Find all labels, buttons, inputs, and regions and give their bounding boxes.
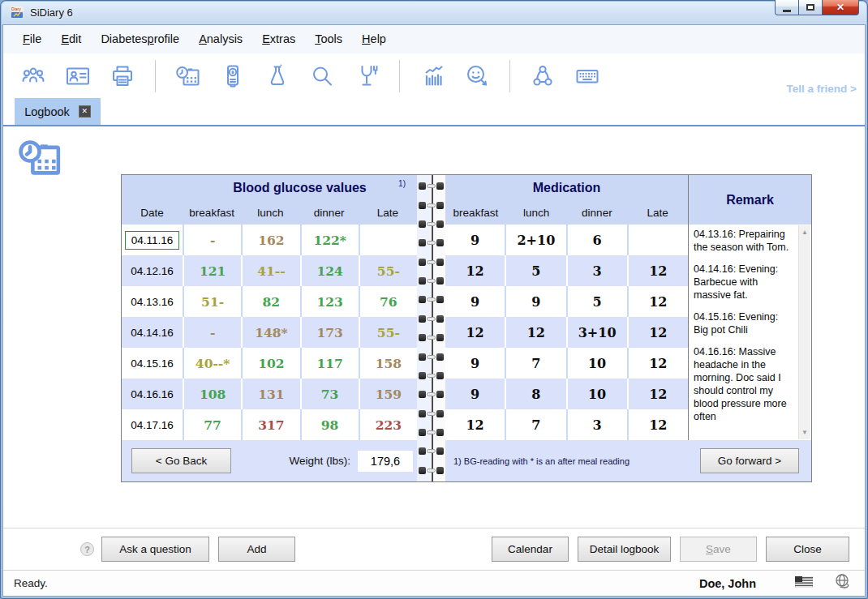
bg-value-cell[interactable]: 123 xyxy=(300,286,359,317)
help-icon[interactable]: ? xyxy=(80,542,94,556)
med-value-cell[interactable]: 3 xyxy=(566,255,627,286)
med-value-cell[interactable]: 7 xyxy=(505,348,565,379)
med-value-cell[interactable]: 9 xyxy=(445,225,505,255)
detail-logbook-button[interactable]: Detail logbook xyxy=(578,537,671,562)
bg-value-cell[interactable]: 41-- xyxy=(241,255,299,286)
bg-value-cell[interactable]: 148* xyxy=(241,317,299,348)
remark-scrollbar[interactable]: ▲ ▼ xyxy=(798,225,810,439)
close-window-button[interactable]: ✕ xyxy=(822,0,859,15)
med-value-cell[interactable]: 8 xyxy=(505,379,565,409)
med-value-cell[interactable]: 9 xyxy=(505,286,565,317)
scroll-down-icon[interactable]: ▼ xyxy=(801,426,808,439)
add-button[interactable]: Add xyxy=(218,537,295,562)
med-value-cell[interactable]: 12 xyxy=(505,317,565,348)
med-value-cell[interactable]: 12 xyxy=(627,409,688,440)
title-bar[interactable]: Diary SiDiary 6 ✕ xyxy=(2,0,866,24)
bg-value-cell[interactable]: 173 xyxy=(300,317,359,348)
med-value-cell[interactable]: 3 xyxy=(566,409,627,440)
bg-value-cell[interactable]: 121 xyxy=(183,255,241,286)
close-button[interactable]: Close xyxy=(766,537,849,562)
bg-value-cell[interactable]: 73 xyxy=(300,379,359,409)
med-value-cell[interactable]: 12 xyxy=(627,348,688,379)
bg-value-cell[interactable]: 102 xyxy=(241,348,299,379)
med-value-cell[interactable]: 12 xyxy=(445,255,505,286)
bg-value-cell[interactable]: 223 xyxy=(359,409,417,440)
menu-tools[interactable]: Tools xyxy=(305,28,352,50)
bg-value-cell[interactable]: 51- xyxy=(183,286,241,317)
med-value-cell[interactable]: 10 xyxy=(566,348,627,379)
globe-icon[interactable] xyxy=(834,573,850,593)
contact-card-icon[interactable] xyxy=(64,62,92,90)
scroll-up-icon[interactable]: ▲ xyxy=(801,225,808,239)
med-value-cell[interactable]: 5 xyxy=(505,255,565,286)
keyboard-icon[interactable] xyxy=(574,62,601,90)
nutrition-icon[interactable] xyxy=(353,62,380,90)
bg-value-cell[interactable]: 317 xyxy=(241,409,299,440)
med-value-cell[interactable]: 9 xyxy=(445,286,505,317)
maximize-button[interactable] xyxy=(799,0,822,15)
smiley-feedback-icon[interactable] xyxy=(463,62,491,90)
date-cell[interactable]: 04.16.16 xyxy=(122,379,183,409)
bg-value-cell[interactable]: 98 xyxy=(300,409,359,440)
menu-extras[interactable]: Extras xyxy=(252,28,305,50)
med-value-cell[interactable]: 6 xyxy=(566,225,627,255)
date-cell[interactable]: 04.13.16 xyxy=(122,286,183,317)
date-cell[interactable]: 04.11.16 xyxy=(122,225,183,255)
med-value-cell[interactable]: 12 xyxy=(445,317,505,348)
bg-value-cell[interactable]: 158 xyxy=(359,348,417,379)
search-icon[interactable] xyxy=(308,62,336,90)
date-cell[interactable]: 04.14.16 xyxy=(122,317,183,348)
med-value-cell[interactable]: 9 xyxy=(445,379,505,409)
bg-value-cell[interactable]: - xyxy=(183,225,241,255)
bg-value-cell[interactable]: 122* xyxy=(300,225,359,255)
bg-value-cell[interactable]: 82 xyxy=(241,286,299,317)
save-button[interactable]: Save xyxy=(680,537,757,562)
med-value-cell[interactable]: 12 xyxy=(627,255,688,286)
bg-value-cell[interactable]: 131 xyxy=(241,379,299,409)
med-value-cell[interactable]: 12 xyxy=(445,409,505,440)
bg-value-cell[interactable]: 162 xyxy=(241,225,299,255)
menu-file[interactable]: File xyxy=(13,28,51,50)
statistics-icon[interactable] xyxy=(419,62,446,90)
weight-input[interactable]: 179,6 xyxy=(358,451,413,472)
menu-help[interactable]: Help xyxy=(352,28,396,50)
minimize-button[interactable] xyxy=(775,0,799,15)
remark-panel[interactable]: 04.13.16: Prepairing the season with Tom… xyxy=(688,225,811,440)
go-forward-button[interactable]: Go forward > xyxy=(700,448,799,473)
bg-value-cell[interactable]: 55- xyxy=(359,255,417,286)
bg-value-cell[interactable]: 40--* xyxy=(183,348,241,379)
bg-value-cell[interactable]: 76 xyxy=(359,286,417,317)
med-value-cell[interactable]: 5 xyxy=(566,286,627,317)
bg-value-cell[interactable]: 159 xyxy=(359,379,417,409)
go-back-button[interactable]: < Go Back xyxy=(131,448,231,473)
bg-value-cell[interactable]: - xyxy=(183,317,241,348)
logbook-icon[interactable] xyxy=(174,62,202,90)
date-cell[interactable]: 04.12.16 xyxy=(122,255,183,286)
tab-logbook[interactable]: Logbook xyxy=(15,98,101,125)
bg-value-cell[interactable] xyxy=(359,225,417,255)
users-icon[interactable] xyxy=(19,62,47,90)
ask-question-button[interactable]: Ask a question xyxy=(101,537,209,562)
date-cell[interactable]: 04.17.16 xyxy=(122,409,183,440)
menu-analysis[interactable]: Analysis xyxy=(189,28,252,50)
menu-diabetesprofile[interactable]: Diabetesprofile xyxy=(91,28,189,50)
printer-icon[interactable] xyxy=(109,62,136,90)
bg-value-cell[interactable]: 117 xyxy=(300,348,359,379)
tell-a-friend-link[interactable]: Tell a friend > xyxy=(787,83,857,95)
language-flag-icon[interactable] xyxy=(795,576,813,591)
med-value-cell[interactable]: 9 xyxy=(445,348,505,379)
med-value-cell[interactable]: 12 xyxy=(627,379,688,409)
share-icon[interactable] xyxy=(529,62,556,90)
date-cell[interactable]: 04.15.16 xyxy=(122,348,183,379)
tab-close-icon[interactable] xyxy=(79,105,91,118)
med-value-cell[interactable]: 10 xyxy=(566,379,627,409)
med-value-cell[interactable] xyxy=(627,225,688,255)
med-value-cell[interactable]: 12 xyxy=(627,317,688,348)
med-value-cell[interactable]: 7 xyxy=(505,409,565,440)
med-value-cell[interactable]: 12 xyxy=(627,286,688,317)
bg-value-cell[interactable]: 55- xyxy=(359,317,417,348)
bg-value-cell[interactable]: 77 xyxy=(183,409,241,440)
glucose-meter-icon[interactable] xyxy=(219,62,247,90)
menu-edit[interactable]: Edit xyxy=(51,28,91,50)
bg-value-cell[interactable]: 124 xyxy=(300,255,359,286)
